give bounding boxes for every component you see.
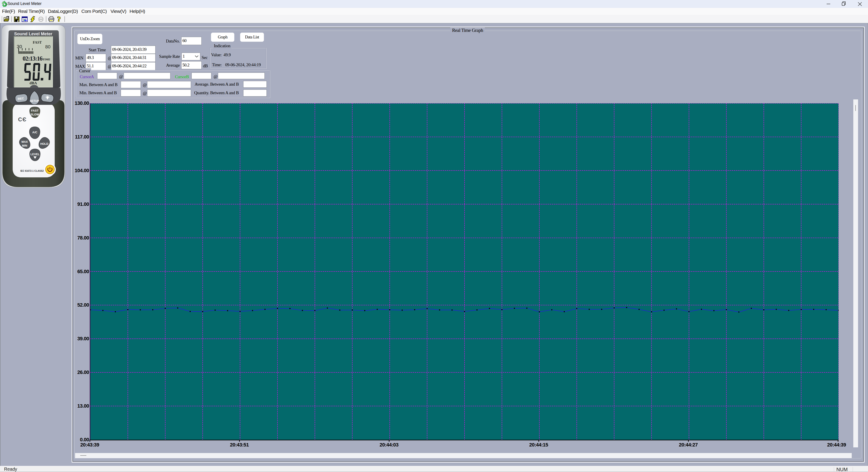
svg-text:?: ? xyxy=(57,16,61,23)
svg-text:FAST: FAST xyxy=(33,40,42,44)
svg-text:REC: REC xyxy=(18,96,24,100)
svg-text:dBA: dBA xyxy=(29,81,37,85)
svg-text:80: 80 xyxy=(45,44,51,49)
svg-text:02:13:16: 02:13:16 xyxy=(23,55,42,62)
svg-text:LEVEL: LEVEL xyxy=(31,153,40,156)
svg-text:Sound Level Meter: Sound Level Meter xyxy=(14,31,53,36)
svg-text:FAST: FAST xyxy=(31,109,38,112)
svg-text:MAX: MAX xyxy=(22,140,28,144)
svg-text:A/C: A/C xyxy=(32,131,37,134)
svg-text:SETUP: SETUP xyxy=(30,99,39,102)
svg-text:MIN: MIN xyxy=(22,144,27,147)
svg-text:TIME: TIME xyxy=(42,58,51,61)
svg-text:30: 30 xyxy=(17,44,22,49)
svg-text:HOLD: HOLD xyxy=(40,143,48,146)
svg-text:IEC 61672-1 CLASS2: IEC 61672-1 CLASS2 xyxy=(20,169,43,172)
svg-text:SLOW: SLOW xyxy=(31,113,39,116)
svg-text:CЄ: CЄ xyxy=(18,116,27,122)
